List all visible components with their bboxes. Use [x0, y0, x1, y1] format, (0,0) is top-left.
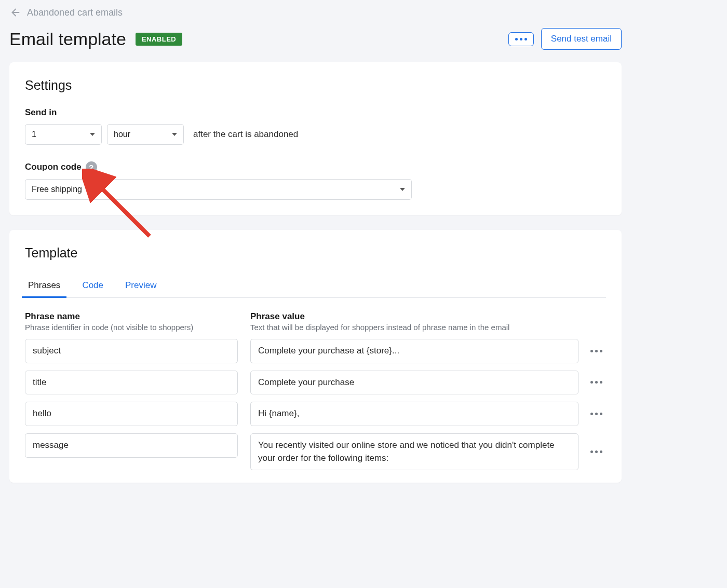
chevron-down-icon: [90, 133, 95, 136]
phrase-name-input[interactable]: title: [25, 371, 238, 395]
send-in-value-select[interactable]: 1: [25, 124, 102, 145]
phrase-name-sub: Phrase identifier in code (not visible t…: [25, 323, 238, 332]
send-test-email-button[interactable]: Send test email: [541, 28, 622, 50]
phrase-row: message You recently visited our online …: [25, 433, 606, 470]
phrase-value-input[interactable]: You recently visited our online store an…: [250, 433, 578, 470]
back-arrow-icon[interactable]: [9, 6, 22, 19]
phrase-name-header: Phrase name: [25, 311, 238, 322]
row-actions-button[interactable]: [587, 350, 606, 352]
horizontal-dots-icon: [590, 350, 602, 352]
send-in-unit-select[interactable]: hour: [107, 124, 184, 145]
phrase-value-input[interactable]: Hi {name},: [250, 402, 578, 426]
coupon-label-text: Coupon code: [25, 162, 82, 172]
phrase-name-input[interactable]: message: [25, 433, 238, 458]
phrase-row: subject Complete your purchase at {store…: [25, 339, 606, 363]
coupon-code-value: Free shipping: [32, 185, 82, 194]
breadcrumb-label[interactable]: Abandoned cart emails: [27, 7, 123, 18]
template-title: Template: [25, 245, 606, 261]
tab-phrases[interactable]: Phrases: [25, 275, 63, 297]
coupon-code-label: Coupon code ?: [25, 161, 606, 173]
chevron-down-icon: [400, 188, 405, 191]
phrase-table-header: Phrase name Phrase identifier in code (n…: [25, 311, 606, 332]
header-actions: Send test email: [508, 28, 622, 50]
chevron-down-icon: [172, 133, 177, 136]
page-title: Email template: [9, 29, 126, 49]
settings-title: Settings: [25, 78, 606, 93]
row-actions-button[interactable]: [587, 413, 606, 415]
row-actions-button[interactable]: [587, 381, 606, 384]
send-in-unit-text: hour: [114, 130, 130, 139]
template-card: Template Phrases Code Preview Phrase nam…: [9, 230, 622, 483]
phrase-value-header: Phrase value: [250, 311, 606, 322]
header-left: Email template ENABLED: [9, 29, 182, 49]
horizontal-dots-icon: [590, 381, 602, 384]
tab-preview[interactable]: Preview: [122, 275, 159, 297]
phrase-name-input[interactable]: subject: [25, 339, 238, 363]
after-cart-text: after the cart is abandoned: [193, 129, 298, 140]
send-in-label: Send in: [25, 107, 606, 118]
phrase-value-input[interactable]: Complete your purchase at {store}...: [250, 339, 578, 363]
phrase-row: hello Hi {name},: [25, 402, 606, 426]
page-header: Email template ENABLED Send test email: [0, 21, 631, 62]
phrase-value-sub: Text that will be displayed for shoppers…: [250, 323, 606, 332]
phrase-value-input[interactable]: Complete your purchase: [250, 371, 578, 395]
help-icon[interactable]: ?: [86, 161, 97, 173]
phrase-row: title Complete your purchase: [25, 371, 606, 395]
more-actions-button[interactable]: [508, 32, 534, 46]
template-tabs: Phrases Code Preview: [25, 275, 606, 298]
horizontal-dots-icon: [515, 38, 527, 40]
send-in-row: 1 hour after the cart is abandoned: [25, 124, 606, 145]
row-actions-button[interactable]: [587, 450, 606, 453]
phrase-name-input[interactable]: hello: [25, 402, 238, 426]
tab-code[interactable]: Code: [79, 275, 106, 297]
status-badge: ENABLED: [136, 33, 182, 46]
coupon-code-select[interactable]: Free shipping: [25, 179, 412, 200]
send-in-value-text: 1: [32, 130, 36, 139]
horizontal-dots-icon: [590, 450, 602, 453]
settings-card: Settings Send in 1 hour after the cart i…: [9, 62, 622, 215]
breadcrumb: Abandoned cart emails: [0, 0, 631, 21]
horizontal-dots-icon: [590, 413, 602, 415]
